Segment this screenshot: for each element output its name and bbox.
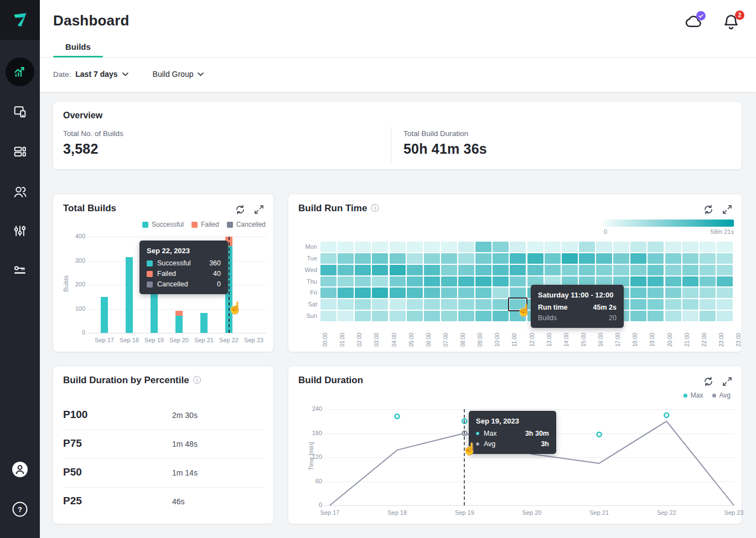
heatmap-cell[interactable] <box>390 311 406 321</box>
date-filter-dropdown[interactable]: Date: Last 7 days <box>53 70 128 79</box>
tab-builds[interactable]: Builds <box>53 42 103 51</box>
heatmap-cell[interactable] <box>424 299 440 310</box>
heatmap-cell[interactable] <box>717 288 733 298</box>
heatmap-cell[interactable] <box>320 288 336 298</box>
heatmap-cell[interactable] <box>338 253 354 264</box>
heatmap-cell[interactable] <box>682 276 698 287</box>
heatmap-cell[interactable] <box>320 242 336 252</box>
heatmap-cell[interactable] <box>338 288 354 298</box>
heatmap-cell[interactable] <box>390 276 406 287</box>
heatmap-cell[interactable] <box>700 276 716 287</box>
heatmap-cell[interactable] <box>407 299 423 310</box>
heatmap-cell[interactable] <box>458 288 474 298</box>
heatmap-cell[interactable] <box>475 288 491 298</box>
heatmap-cell[interactable] <box>665 311 681 321</box>
heatmap-cell[interactable] <box>475 311 491 321</box>
heatmap-cell[interactable] <box>613 253 629 264</box>
heatmap-cell[interactable] <box>493 299 509 310</box>
heatmap-cell[interactable] <box>458 265 474 275</box>
heatmap-cell[interactable] <box>717 265 733 275</box>
heatmap-cell[interactable] <box>355 288 371 298</box>
heatmap-cell[interactable] <box>527 253 543 264</box>
heatmap-cell[interactable] <box>338 265 354 275</box>
heatmap-cell[interactable] <box>700 242 716 252</box>
heatmap-cell[interactable] <box>372 253 388 264</box>
heatmap-cell[interactable] <box>700 265 716 275</box>
heatmap-cell[interactable] <box>458 276 474 287</box>
heatmap-cell[interactable] <box>648 288 664 298</box>
heatmap-cell[interactable] <box>648 265 664 275</box>
heatmap-cell[interactable] <box>458 299 474 310</box>
heatmap-cell[interactable] <box>338 299 354 310</box>
bar-segment-successful[interactable] <box>175 316 183 333</box>
heatmap-cell[interactable] <box>510 276 526 287</box>
heatmap-cell[interactable] <box>665 242 681 252</box>
heatmap-cell[interactable] <box>579 265 595 275</box>
heatmap-cell[interactable] <box>630 242 646 252</box>
sidebar-item-apps[interactable] <box>0 92 40 132</box>
heatmap-cell[interactable] <box>700 299 716 310</box>
heatmap-cell[interactable] <box>424 253 440 264</box>
heatmap-cell[interactable] <box>407 242 423 252</box>
heatmap-cell[interactable] <box>665 276 681 287</box>
heatmap-cell[interactable] <box>390 288 406 298</box>
heatmap-cell[interactable] <box>355 276 371 287</box>
heatmap-cell[interactable] <box>545 253 561 264</box>
heatmap-cell[interactable] <box>682 299 698 310</box>
heatmap-cell[interactable] <box>665 288 681 298</box>
heatmap-cell[interactable] <box>355 299 371 310</box>
heatmap-cell[interactable] <box>475 242 491 252</box>
heatmap-cell[interactable] <box>562 253 578 264</box>
heatmap-cell[interactable] <box>682 253 698 264</box>
heatmap-cell[interactable] <box>510 288 526 298</box>
heatmap-cell[interactable] <box>596 265 612 275</box>
heatmap-cell[interactable] <box>441 288 457 298</box>
heatmap-cell[interactable] <box>493 311 509 321</box>
heatmap-cell[interactable] <box>717 242 733 252</box>
sidebar-item-dashboards[interactable] <box>0 132 40 171</box>
bar-segment-successful[interactable] <box>126 257 133 333</box>
heatmap-cell[interactable] <box>441 265 457 275</box>
heatmap-cell[interactable] <box>648 311 664 321</box>
heatmap-cell[interactable] <box>717 299 733 310</box>
heatmap-cell[interactable] <box>648 242 664 252</box>
heatmap-cell[interactable] <box>390 299 406 310</box>
heatmap-cell[interactable] <box>717 311 733 321</box>
heatmap-cell[interactable] <box>441 311 457 321</box>
heatmap-cell[interactable] <box>527 265 543 275</box>
heatmap-cell[interactable] <box>372 276 388 287</box>
heatmap-cell[interactable] <box>320 311 336 321</box>
heatmap-cell[interactable] <box>372 311 388 321</box>
heatmap-cell[interactable] <box>613 242 629 252</box>
sidebar-item-credentials[interactable] <box>0 251 40 291</box>
heatmap-cell[interactable] <box>424 311 440 321</box>
heatmap-cell[interactable] <box>545 242 561 252</box>
notifications-button[interactable]: 2 <box>723 13 741 31</box>
heatmap-cell[interactable] <box>407 276 423 287</box>
heatmap-cell[interactable] <box>613 265 629 275</box>
heatmap-cell[interactable] <box>665 265 681 275</box>
heatmap-cell[interactable] <box>630 253 646 264</box>
heatmap-cell[interactable] <box>424 242 440 252</box>
heatmap-cell[interactable] <box>372 265 388 275</box>
heatmap-cell[interactable] <box>493 253 509 264</box>
heatmap-cell[interactable] <box>493 276 509 287</box>
heatmap-cell[interactable] <box>355 242 371 252</box>
heatmap-cell[interactable] <box>458 311 474 321</box>
heatmap-cell[interactable] <box>630 276 646 287</box>
sidebar-item-settings[interactable] <box>0 211 40 251</box>
max-point[interactable] <box>597 432 602 437</box>
heatmap-cell[interactable] <box>355 311 371 321</box>
heatmap-cell[interactable] <box>493 242 509 252</box>
heatmap-cell[interactable] <box>441 299 457 310</box>
heatmap-cell[interactable] <box>493 288 509 298</box>
bar-segment-failed[interactable] <box>175 311 183 316</box>
heatmap-cell[interactable] <box>338 242 354 252</box>
heatmap-cell[interactable] <box>717 276 733 287</box>
heatmap-cell[interactable] <box>407 288 423 298</box>
user-avatar[interactable] <box>0 450 40 489</box>
heatmap-cell[interactable] <box>648 253 664 264</box>
heatmap-cell[interactable] <box>665 299 681 310</box>
heatmap-cell[interactable] <box>630 299 646 310</box>
heatmap-cell[interactable] <box>493 265 509 275</box>
